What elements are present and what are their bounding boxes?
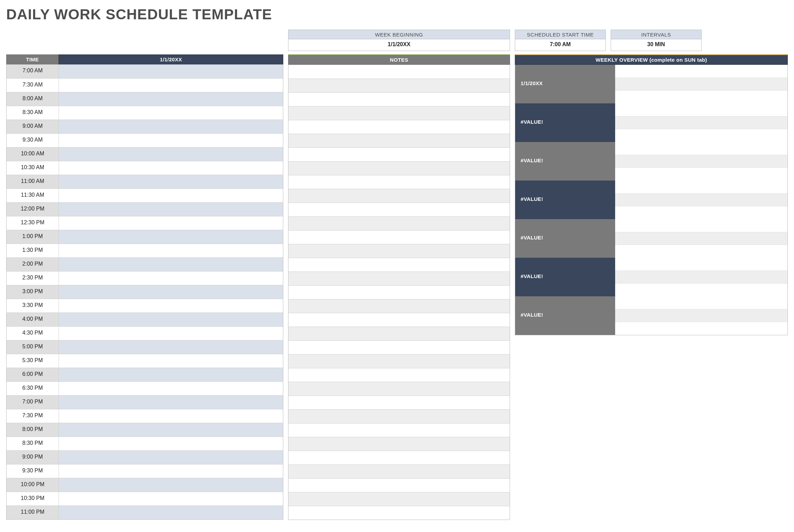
schedule-cell[interactable] [59, 409, 283, 423]
param-start-time-value[interactable]: 7:00 AM [515, 39, 605, 50]
overview-cell[interactable] [615, 206, 787, 219]
notes-row[interactable] [288, 244, 510, 258]
notes-row[interactable] [288, 285, 510, 299]
notes-row[interactable] [288, 272, 510, 285]
overview-cell[interactable] [615, 309, 787, 322]
notes-row[interactable] [288, 340, 510, 354]
schedule-cell[interactable] [59, 216, 283, 230]
overview-day-block: #VALUE! [515, 181, 787, 219]
overview-column: SCHEDULED START TIME 7:00 AM INTERVALS 3… [515, 30, 788, 335]
schedule-cell[interactable] [59, 285, 283, 299]
schedule-cell[interactable] [59, 120, 283, 133]
notes-row[interactable] [288, 368, 510, 382]
schedule-row: 5:30 PM [7, 354, 283, 368]
schedule-cell[interactable] [59, 244, 283, 257]
notes-row[interactable] [288, 478, 510, 492]
schedule-cell[interactable] [59, 340, 283, 354]
overview-cell[interactable] [615, 296, 787, 309]
notes-row[interactable] [288, 506, 510, 520]
schedule-row: 11:00 AM [7, 175, 283, 188]
overview-cell[interactable] [615, 167, 787, 181]
schedule-cell[interactable] [59, 92, 283, 106]
notes-row[interactable] [288, 189, 510, 203]
overview-cell[interactable] [615, 103, 787, 116]
schedule-row: 8:30 PM [7, 437, 283, 450]
notes-row[interactable] [288, 409, 510, 423]
notes-row[interactable] [288, 437, 510, 451]
schedule-row: 7:30 PM [7, 409, 283, 423]
overview-day-rows [615, 181, 787, 219]
schedule-cell[interactable] [59, 354, 283, 368]
overview-cell[interactable] [615, 258, 787, 270]
schedule-cell[interactable] [59, 478, 283, 492]
overview-cell[interactable] [615, 90, 787, 103]
notes-row[interactable] [288, 451, 510, 464]
notes-row[interactable] [288, 354, 510, 368]
schedule-cell[interactable] [59, 79, 283, 92]
notes-row[interactable] [288, 161, 510, 175]
overview-cell[interactable] [615, 142, 787, 155]
param-intervals-value[interactable]: 30 MIN [611, 39, 701, 50]
notes-row[interactable] [288, 423, 510, 437]
schedule-cell[interactable] [59, 506, 283, 519]
schedule-cell[interactable] [59, 492, 283, 505]
schedule-cell[interactable] [59, 313, 283, 326]
notes-row[interactable] [288, 120, 510, 134]
overview-cell[interactable] [615, 65, 787, 78]
notes-row[interactable] [288, 382, 510, 396]
schedule-cell[interactable] [59, 327, 283, 340]
notes-row[interactable] [288, 216, 510, 230]
schedule-cell[interactable] [59, 368, 283, 381]
schedule-cell[interactable] [59, 203, 283, 216]
overview-cell[interactable] [615, 219, 787, 232]
schedule-cell[interactable] [59, 382, 283, 395]
param-week-beginning-value[interactable]: 1/1/20XX [288, 39, 510, 50]
notes-row[interactable] [288, 175, 510, 189]
overview-cell[interactable] [615, 78, 787, 91]
schedule-cell[interactable] [59, 437, 283, 450]
notes-row[interactable] [288, 147, 510, 161]
notes-row[interactable] [288, 203, 510, 216]
schedule-cell[interactable] [59, 299, 283, 313]
notes-row[interactable] [288, 65, 510, 79]
schedule-cell[interactable] [59, 64, 283, 78]
notes-row[interactable] [288, 258, 510, 272]
schedule-cell[interactable] [59, 396, 283, 409]
notes-row[interactable] [288, 464, 510, 478]
overview-cell[interactable] [615, 322, 787, 335]
schedule-cell[interactable] [59, 464, 283, 478]
overview-cell[interactable] [615, 245, 787, 258]
overview-cell[interactable] [615, 232, 787, 245]
notes-row[interactable] [288, 92, 510, 106]
overview-cell[interactable] [615, 155, 787, 168]
notes-row[interactable] [288, 134, 510, 147]
notes-row[interactable] [288, 79, 510, 92]
overview-cell[interactable] [615, 116, 787, 129]
overview-cell[interactable] [615, 129, 787, 142]
notes-row[interactable] [288, 106, 510, 120]
schedule-cell[interactable] [59, 272, 283, 285]
schedule-cell[interactable] [59, 230, 283, 244]
schedule-cell[interactable] [59, 423, 283, 437]
time-cell: 4:30 PM [7, 327, 59, 340]
schedule-cell[interactable] [59, 161, 283, 175]
overview-cell[interactable] [615, 270, 787, 284]
schedule-cell[interactable] [59, 258, 283, 271]
schedule-cell[interactable] [59, 147, 283, 161]
notes-row[interactable] [288, 230, 510, 244]
notes-row[interactable] [288, 492, 510, 506]
schedule-cell[interactable] [59, 134, 283, 147]
notes-row[interactable] [288, 327, 510, 340]
overview-cell[interactable] [615, 181, 787, 193]
layout: TIME 1/1/20XX 7:00 AM7:30 AM8:00 AM8:30 … [6, 30, 788, 520]
schedule-cell[interactable] [59, 189, 283, 202]
schedule-cell[interactable] [59, 451, 283, 464]
time-cell: 12:30 PM [7, 216, 59, 230]
schedule-cell[interactable] [59, 175, 283, 188]
overview-cell[interactable] [615, 283, 787, 296]
overview-cell[interactable] [615, 193, 787, 206]
schedule-cell[interactable] [59, 106, 283, 120]
notes-row[interactable] [288, 313, 510, 327]
notes-row[interactable] [288, 299, 510, 313]
notes-row[interactable] [288, 396, 510, 409]
